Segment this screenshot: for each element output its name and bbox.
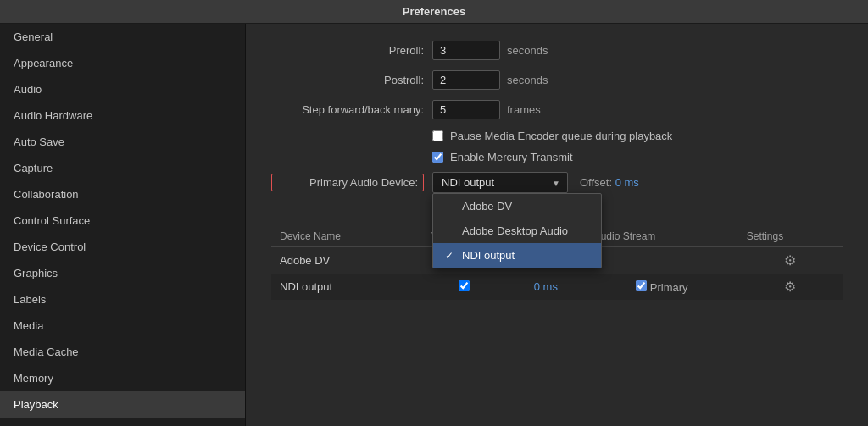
col-header-audio-stream: Audio Stream: [586, 226, 738, 247]
title-bar: Preferences: [0, 0, 868, 24]
mercury-label: Enable Mercury Transmit: [450, 151, 573, 163]
check-icon-adobe-desktop-audio: [445, 225, 459, 237]
device-name-cell: NDI output: [271, 274, 423, 300]
offset-label: Offset:: [580, 176, 612, 189]
primary-checkbox[interactable]: [636, 280, 647, 291]
sidebar-item-auto-save[interactable]: Auto Save: [0, 129, 245, 155]
primary-cell: Primary: [586, 274, 738, 300]
col-header-device-name: Device Name: [271, 226, 423, 247]
audio-device-dropdown-menu: Adobe DV Adobe Desktop Audio ✓ NDI outpu…: [432, 193, 602, 268]
dropdown-item-ndi-output[interactable]: ✓ NDI output: [433, 243, 601, 268]
settings-cell: ⚙: [738, 247, 843, 274]
device-name-cell: Adobe DV: [271, 247, 423, 274]
video-checkbox-cell: [423, 274, 506, 300]
sidebar-item-audio[interactable]: Audio: [0, 76, 245, 102]
primary-cell: [586, 247, 738, 274]
offset-cell: 0 ms: [506, 274, 586, 300]
check-icon-adobe-dv: [445, 201, 459, 213]
sidebar-item-capture[interactable]: Capture: [0, 155, 245, 181]
preroll-row: Preroll: seconds: [271, 41, 843, 60]
dropdown-item-adobe-dv[interactable]: Adobe DV: [433, 194, 601, 219]
window-title: Preferences: [403, 5, 465, 18]
pause-checkbox[interactable]: [432, 130, 443, 141]
step-input[interactable]: [432, 100, 500, 119]
offset-ms-value: 0 ms: [534, 280, 558, 293]
sidebar-item-media[interactable]: Media: [0, 313, 245, 339]
step-label: Step forward/back many:: [271, 103, 424, 116]
pause-label: Pause Media Encoder queue during playbac…: [450, 130, 672, 142]
sidebar-item-control-surface[interactable]: Control Surface: [0, 207, 245, 234]
dropdown-selected-value: NDI output: [442, 176, 494, 189]
video-checkbox[interactable]: [459, 280, 470, 291]
sidebar: GeneralAppearanceAudioAudio HardwareAuto…: [0, 24, 246, 426]
sidebar-item-graphics[interactable]: Graphics: [0, 260, 245, 286]
gear-icon[interactable]: ⚙: [784, 279, 796, 294]
sidebar-item-device-control[interactable]: Device Control: [0, 234, 245, 260]
postroll-input[interactable]: [432, 70, 500, 90]
main-panel: Preroll: seconds Postroll: seconds Step …: [246, 24, 868, 426]
preroll-unit: seconds: [507, 44, 548, 57]
primary-audio-row: Primary Audio Device: NDI output ▼ Adobe…: [271, 172, 843, 193]
preferences-window: Preferences GeneralAppearanceAudioAudio …: [0, 0, 868, 426]
sidebar-item-media-cache[interactable]: Media Cache: [0, 339, 245, 365]
check-icon-ndi-output: ✓: [445, 250, 459, 262]
gear-icon[interactable]: ⚙: [784, 253, 796, 268]
step-unit: frames: [507, 103, 541, 116]
preroll-input[interactable]: [432, 41, 500, 60]
preroll-label: Preroll:: [271, 44, 424, 57]
sidebar-item-audio-hardware[interactable]: Audio Hardware: [0, 102, 245, 129]
dropdown-item-label-adobe-desktop-audio: Adobe Desktop Audio: [462, 224, 568, 237]
sidebar-item-appearance[interactable]: Appearance: [0, 50, 245, 76]
audio-device-dropdown-button[interactable]: NDI output ▼: [432, 172, 568, 193]
pause-checkbox-row: Pause Media Encoder queue during playbac…: [432, 130, 843, 142]
postroll-unit: seconds: [507, 74, 548, 86]
audio-device-dropdown-wrapper: NDI output ▼ Adobe DV Adobe Desktop Audi…: [432, 172, 568, 193]
sidebar-item-general[interactable]: General: [0, 24, 245, 50]
step-row: Step forward/back many: frames: [271, 100, 843, 119]
sidebar-item-playback[interactable]: Playback: [0, 391, 245, 418]
offset-value: 0 ms: [615, 176, 639, 189]
col-header-settings: Settings: [738, 226, 843, 247]
table-row: NDI output0 msPrimary⚙: [271, 274, 843, 300]
dropdown-arrow-icon: ▼: [552, 178, 560, 187]
dropdown-item-label-ndi-output: NDI output: [462, 249, 515, 262]
dropdown-item-adobe-desktop-audio[interactable]: Adobe Desktop Audio: [433, 219, 601, 243]
mercury-checkbox-row: Enable Mercury Transmit: [432, 151, 843, 163]
postroll-label: Postroll:: [271, 74, 424, 86]
dropdown-item-label-adobe-dv: Adobe DV: [462, 200, 512, 213]
mercury-checkbox[interactable]: [432, 152, 443, 163]
sidebar-item-labels[interactable]: Labels: [0, 286, 245, 313]
content-area: GeneralAppearanceAudioAudio HardwareAuto…: [0, 24, 868, 426]
primary-label: Primary: [650, 281, 688, 294]
sidebar-item-collaboration[interactable]: Collaboration: [0, 181, 245, 207]
settings-cell: ⚙: [738, 274, 843, 300]
postroll-row: Postroll: seconds: [271, 70, 843, 90]
sidebar-item-memory[interactable]: Memory: [0, 365, 245, 391]
offset-area: Offset: 0 ms: [580, 176, 639, 189]
primary-audio-label: Primary Audio Device:: [271, 174, 424, 191]
